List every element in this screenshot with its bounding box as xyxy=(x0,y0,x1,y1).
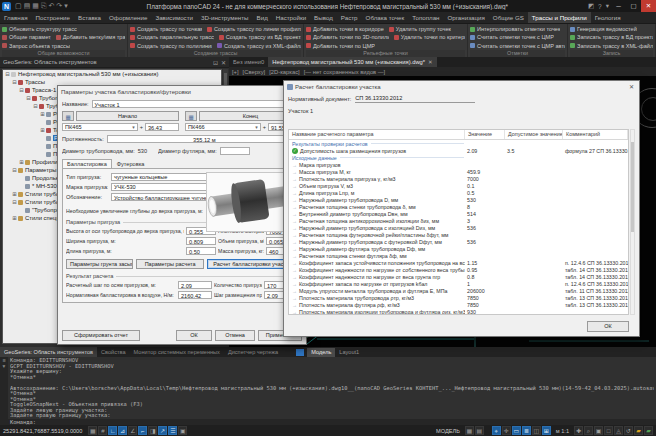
command-console[interactable]: ≡▾ Команда: EDITTURNSHOVGCPT_EDITTURNSHO… xyxy=(0,357,656,419)
end-picket-select[interactable]: ПК466▾ xyxy=(185,123,261,131)
ribbon-tab[interactable]: Вставка xyxy=(74,12,105,23)
tree-expander[interactable]: ⊟ xyxy=(18,87,25,93)
start-picket-select[interactable]: ПК465▾ xyxy=(62,123,138,131)
viewport-control[interactable]: [Сверху] xyxy=(243,69,266,75)
param-row[interactable]: →Наружный диаметр трубопровода D, мм530 xyxy=(289,196,628,203)
panel-tab[interactable]: GeoSeries: Область инструментов xyxy=(0,347,97,357)
generate-report-button[interactable]: Сформировать отчет xyxy=(62,330,140,341)
param-row[interactable]: →Марка пригрузов xyxy=(289,161,628,168)
maximize-button[interactable]: ▢ xyxy=(626,0,641,12)
tree-expander[interactable]: ⊞ xyxy=(11,191,18,197)
ribbon-button[interactable]: Создать трассу из БД проекта xyxy=(219,34,301,40)
tree-expander[interactable]: ⊟ xyxy=(4,71,11,77)
quick-access-icon[interactable]: ⎘ xyxy=(41,0,47,12)
status-icon[interactable]: ✛ xyxy=(502,426,511,435)
ribbon-button[interactable]: Создать трассу по точкам xyxy=(130,26,202,32)
ribbon-button[interactable]: Общие параметры xyxy=(2,34,51,40)
ribbon-button[interactable]: Создать трассу из XML-файла xyxy=(217,43,301,49)
status-icon[interactable]: ∠ xyxy=(128,426,137,435)
quick-access-icon[interactable]: ▦ xyxy=(32,0,39,12)
ribbon-tab[interactable]: Геология xyxy=(591,12,625,23)
viewport-control[interactable]: [2D-каркас] xyxy=(269,69,299,75)
param-row[interactable]: →Плотность материала изоляции трубопрово… xyxy=(289,308,628,315)
table-scrollbar[interactable] xyxy=(630,129,635,315)
ribbon-button[interactable]: Генерация ведомостей xyxy=(570,26,637,32)
param-row[interactable]: →Внутренний диаметр трубопровода Dвн, мм… xyxy=(289,210,628,217)
pick-end-on-plan-button[interactable]: ▦ xyxy=(185,111,197,121)
param-row[interactable]: →Объем пригруза V, м30.1 xyxy=(289,182,628,189)
tree-expander[interactable]: ⊞ xyxy=(11,215,18,221)
model-tab[interactable]: Layout1 xyxy=(335,348,363,357)
cancel-button[interactable]: Отмена xyxy=(215,330,255,341)
document-tab[interactable]: Без имени0 xyxy=(229,57,268,67)
quick-access-icon[interactable]: ↶ xyxy=(48,0,54,12)
status-icon[interactable]: ≣ xyxy=(522,426,531,435)
ok-button[interactable]: ОК xyxy=(176,330,212,341)
status-icon[interactable]: ⌐ xyxy=(138,426,147,435)
param-row[interactable]: →Расчетная толщина стенки футляра δф, мм xyxy=(289,252,628,259)
ok-button[interactable]: ОК xyxy=(587,321,629,332)
param-row[interactable]: →Расчетная толщина футеровочной рейки/пл… xyxy=(289,231,628,238)
panel-tab[interactable]: Диспетчер чертежа xyxy=(224,347,282,357)
tree-expander[interactable]: ⊟ xyxy=(11,199,18,205)
status-icon[interactable]: ∟ xyxy=(108,426,117,435)
model-tab[interactable]: Модель xyxy=(307,348,335,357)
tree-expander[interactable]: ⊟ xyxy=(32,103,39,109)
dialog-close-icon[interactable]: ✕ xyxy=(627,83,636,90)
calc-params-button[interactable]: Параметры расчета xyxy=(136,259,203,269)
layout-grid-icon[interactable] xyxy=(296,349,304,356)
quick-access-icon[interactable]: ▾ xyxy=(64,0,68,12)
status-icon[interactable]: ▭ xyxy=(512,426,521,435)
panel-dock-icon[interactable]: ⊡ xyxy=(213,59,218,66)
param-row[interactable]: →Плотность материала пригруза γ, кг/м370… xyxy=(289,175,628,182)
param-row[interactable]: →Длина пригруза Lпр, м0.5 xyxy=(289,189,628,196)
space-indicator[interactable]: МОДЕЛЬ xyxy=(436,428,460,434)
param-row[interactable]: →Наружный диаметр футляра трубопровода D… xyxy=(289,245,628,252)
status-icon[interactable]: ▣ xyxy=(594,426,603,435)
status-icon[interactable]: ↗ xyxy=(158,426,167,435)
param-row[interactable]: →Наружный диаметр трубопровода с изоляци… xyxy=(289,224,628,231)
norm-doc-value[interactable]: СП 36.13330.2012 xyxy=(355,95,475,103)
ribbon-tab[interactable]: Оформление xyxy=(105,12,151,23)
pick-start-on-plan-button[interactable]: ▦ xyxy=(62,111,74,121)
status-icon[interactable]: ▤ xyxy=(475,426,484,435)
tree-expander[interactable]: ⊟ xyxy=(11,79,18,85)
close-button[interactable]: ✕ xyxy=(641,0,656,12)
status-icon[interactable]: ⊞ xyxy=(542,426,551,435)
ribbon-tab[interactable]: 3D-инструменты xyxy=(197,12,253,23)
status-icon[interactable]: □ xyxy=(604,426,613,435)
ribbon-tab[interactable]: Организация xyxy=(444,12,489,23)
tree-expander[interactable]: ⊟ xyxy=(11,167,18,173)
soil-params-button[interactable]: Параметры грунта засыпки xyxy=(66,259,133,269)
param-row[interactable]: →Расчетная толщина антикоррозионной изол… xyxy=(289,217,628,224)
status-icon[interactable]: ↺ xyxy=(624,426,633,435)
status-icon[interactable]: ☰ xyxy=(168,426,177,435)
ribbon-tab[interactable]: Построение xyxy=(32,12,74,23)
ribbon-button[interactable]: Считать отметки точек с ЦМР xyxy=(470,34,554,40)
tree-expander[interactable]: ⊞ xyxy=(18,159,25,165)
dialog-tab[interactable]: Футеровка xyxy=(112,159,150,168)
param-row[interactable]: →Коэффициент запаса устойчивости положен… xyxy=(289,259,628,266)
ribbon-tab[interactable]: Вывод xyxy=(310,12,337,23)
param-value-input[interactable]: 0.809 xyxy=(186,237,216,245)
param-row[interactable]: ✓Допустимость шага размещения пригрузов2… xyxy=(289,147,628,154)
ribbon-tab[interactable]: Топоплан xyxy=(408,12,443,23)
ribbon-tab[interactable]: Трассы и Профили xyxy=(528,12,591,23)
titlebar-icon[interactable]: ▾ xyxy=(606,2,609,10)
status-icon[interactable]: ▰ xyxy=(644,426,653,435)
case-diameter-input[interactable] xyxy=(220,147,250,155)
quick-access-icon[interactable]: ▤ xyxy=(24,0,31,12)
ribbon-button[interactable]: Запрос объекта трассы xyxy=(2,43,70,49)
ribbon-button[interactable]: Добавить метку/имя трассы xyxy=(56,34,125,40)
console-gutter-icon[interactable]: ▾ xyxy=(0,363,8,369)
ribbon-tab[interactable]: Главная xyxy=(0,12,32,23)
param-value-input[interactable]: 0.50 xyxy=(186,247,216,255)
param-row[interactable]: →Плотность материала футляра ρф, кг/м378… xyxy=(289,301,628,308)
ribbon-button[interactable]: Удалить группу точек xyxy=(389,26,451,32)
tree-expander[interactable]: ⊟ xyxy=(25,95,32,101)
status-icon[interactable]: ◬ xyxy=(614,426,623,435)
ribbon-tab[interactable]: Вид xyxy=(253,12,272,23)
tree-expander[interactable]: ⊞ xyxy=(39,127,46,133)
quick-access-icon[interactable]: ↷ xyxy=(56,0,62,12)
param-row[interactable]: →Расчетная толщина стенки трубопровода δ… xyxy=(289,203,628,210)
